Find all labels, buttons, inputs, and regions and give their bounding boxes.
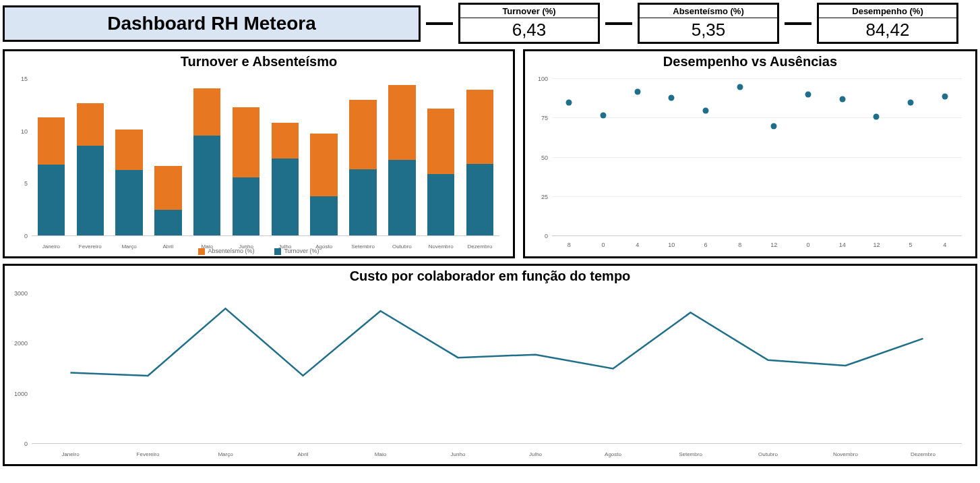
bar-seg-turnover — [193, 136, 220, 236]
bar-seg-absenteismo — [77, 103, 104, 146]
bar-abril — [148, 79, 187, 236]
bar-seg-absenteismo — [349, 100, 376, 169]
scatter-point — [634, 88, 640, 94]
scatter-point — [566, 99, 572, 105]
x-tick-label: 6 — [689, 242, 723, 248]
x-tick-label: 4 — [927, 242, 962, 248]
legend-absenteismo: Absenteísmo (%) — [198, 248, 254, 255]
x-label: Maio — [342, 451, 419, 457]
scatter-point — [601, 112, 607, 118]
x-label: Junho — [419, 451, 497, 457]
bar-seg-turnover — [349, 169, 376, 236]
bar-agosto — [305, 79, 344, 236]
kpi-turnover-value: 6,43 — [460, 18, 598, 42]
chart3-body: 0100020003000 JaneiroFevereiroMarçoAbril… — [5, 287, 975, 464]
x-label: Dezembro — [884, 451, 962, 457]
x-label: Outubro — [729, 451, 807, 457]
legend-swatch-absenteismo — [198, 248, 205, 255]
bar-seg-turnover — [466, 164, 493, 236]
chart1-y-axis: 051015 — [5, 79, 30, 236]
bar-seg-absenteismo — [272, 123, 299, 159]
x-tick-label: 12 — [859, 242, 894, 248]
bar-seg-turnover — [310, 196, 337, 236]
chart3-y-axis: 0100020003000 — [5, 293, 30, 444]
x-tick-label: 0 — [586, 242, 621, 248]
bar-seg-absenteismo — [427, 109, 454, 175]
scatter-point — [703, 107, 709, 113]
kpi-turnover: Turnover (%) 6,43 — [458, 3, 600, 44]
x-label: Fevereiro — [109, 451, 187, 457]
x-tick-label: 14 — [825, 242, 859, 248]
line-path — [71, 308, 923, 376]
header-row: Dashboard RH Meteora Turnover (%) 6,43 A… — [3, 3, 977, 44]
dashboard-title: Dashboard RH Meteora — [3, 5, 421, 42]
chart1-title: Turnover e Absenteísmo — [5, 51, 513, 72]
scatter-point — [669, 94, 675, 101]
x-tick-label: 8 — [552, 242, 586, 248]
bar-março — [110, 79, 149, 236]
bar-janeiro — [32, 79, 71, 236]
x-tick-label: 12 — [757, 242, 791, 248]
bar-seg-absenteismo — [233, 107, 259, 177]
x-label: Julho — [497, 451, 574, 457]
kpi-desempenho-label: Desempenho (%) — [819, 5, 956, 18]
scatter-point — [874, 113, 880, 119]
kpi-absenteismo-label: Absenteísmo (%) — [640, 5, 777, 18]
bar-seg-turnover — [427, 174, 454, 236]
chart2-x-labels: 8041068120141254 — [552, 242, 962, 248]
chart1-bars — [32, 79, 499, 236]
kpi-desempenho-value: 84,42 — [819, 18, 956, 42]
chart1-baseline — [32, 235, 499, 236]
scatter-point — [942, 93, 948, 99]
scatter-point — [839, 96, 845, 103]
connector-line — [426, 22, 453, 25]
chart2-baseline — [552, 235, 962, 236]
legend-label-absenteismo: Absenteísmo (%) — [208, 248, 254, 254]
bar-seg-absenteismo — [388, 85, 415, 159]
bar-seg-turnover — [388, 160, 415, 236]
bar-julho — [266, 79, 305, 236]
bar-junho — [226, 79, 266, 236]
bar-seg-absenteismo — [115, 130, 142, 171]
chart3-plot — [32, 293, 962, 444]
chart-desempenho-ausencias: Desempenho vs Ausências 0255075100 80410… — [523, 49, 977, 258]
bar-seg-absenteismo — [38, 117, 65, 165]
x-label: Março — [187, 451, 264, 457]
chart1-body: 051015 JaneiroFevereiroMarçoAbrilMaioJun… — [5, 72, 513, 256]
legend-label-turnover: Turnover (%) — [284, 248, 319, 254]
x-tick-label: 8 — [723, 242, 757, 248]
chart1-plot — [32, 79, 499, 236]
bar-seg-turnover — [77, 146, 104, 236]
x-tick-label: 5 — [894, 242, 928, 248]
bar-seg-absenteismo — [310, 134, 337, 196]
chart1-legend: Absenteísmo (%) Turnover (%) — [5, 248, 513, 255]
x-label: Novembro — [807, 451, 884, 457]
bar-novembro — [421, 79, 460, 236]
chart2-plot — [552, 79, 962, 236]
x-label: Agosto — [574, 451, 652, 457]
legend-turnover: Turnover (%) — [274, 248, 319, 255]
chart2-title: Desempenho vs Ausências — [525, 51, 975, 72]
chart-custo-colaborador: Custo por colaborador em função do tempo… — [3, 264, 977, 466]
kpi-turnover-label: Turnover (%) — [460, 5, 598, 18]
bar-seg-turnover — [272, 159, 299, 236]
scatter-point — [737, 84, 743, 90]
connector-line — [605, 22, 632, 25]
bar-seg-turnover — [233, 177, 259, 236]
x-label: Janeiro — [32, 451, 109, 457]
bar-seg-absenteismo — [466, 90, 493, 164]
bar-seg-absenteismo — [193, 88, 220, 136]
bar-seg-turnover — [115, 170, 142, 236]
chart3-x-labels: JaneiroFevereiroMarçoAbrilMaioJunhoJulho… — [32, 451, 962, 457]
scatter-point — [908, 99, 914, 105]
x-label: Abril — [264, 451, 342, 457]
chart2-body: 0255075100 8041068120141254 — [525, 72, 975, 256]
legend-swatch-turnover — [274, 248, 281, 255]
connector-line — [785, 22, 811, 25]
bar-setembro — [344, 79, 383, 236]
bar-seg-turnover — [38, 165, 65, 236]
x-label: Setembro — [652, 451, 729, 457]
kpi-absenteismo-value: 5,35 — [640, 18, 777, 42]
x-tick-label: 10 — [654, 242, 689, 248]
kpi-absenteismo: Absenteísmo (%) 5,35 — [638, 3, 779, 44]
